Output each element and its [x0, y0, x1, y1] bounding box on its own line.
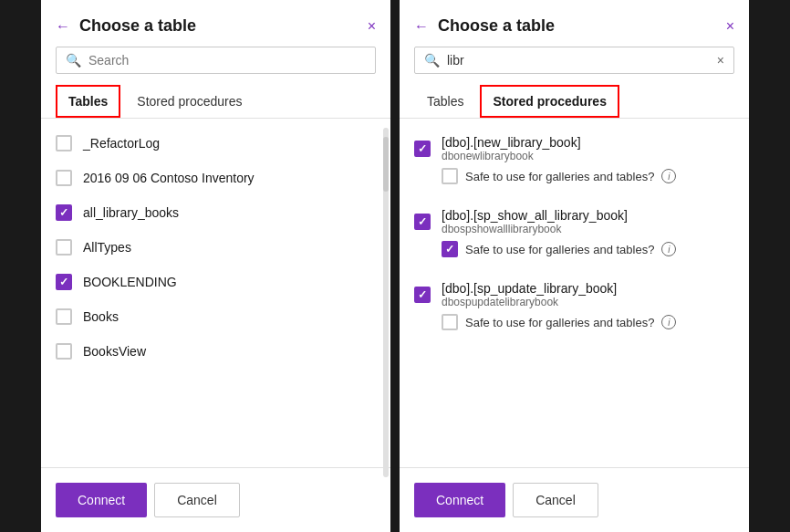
checkbox-sp-show-all[interactable]	[414, 214, 431, 230]
proc-main-1: [dbo].[new_library_book] dbonewlibrarybo…	[414, 135, 734, 162]
left-panel-header: ← Choose a table ×	[41, 0, 390, 47]
left-close-button[interactable]: ×	[368, 18, 376, 35]
proc-item-new-library-book: [dbo].[new_library_book] dbonewlibrarybo…	[414, 126, 734, 199]
list-item: 2016 09 06 Contoso Inventory	[56, 161, 376, 195]
right-back-button[interactable]: ←	[414, 18, 429, 35]
checkbox-books[interactable]	[56, 308, 72, 325]
right-tab-stored-procedures[interactable]: Stored procedures	[480, 85, 618, 118]
right-tabs: Tables Stored procedures	[400, 85, 749, 119]
checkbox-sp-update[interactable]	[414, 287, 431, 303]
checkbox-new-library-book[interactable]	[414, 141, 431, 157]
item-label-books: Books	[83, 309, 119, 324]
right-close-button[interactable]: ×	[726, 18, 734, 35]
left-tab-stored-procedures[interactable]: Stored procedures	[124, 85, 255, 118]
proc-item-sp-update: [dbo].[sp_update_library_book] dbospupda…	[414, 272, 734, 345]
proc-name-1: [dbo].[new_library_book]	[442, 135, 581, 150]
left-item-list: _RefactorLog 2016 09 06 Contoso Inventor…	[41, 126, 390, 467]
list-item: _RefactorLog	[56, 126, 376, 161]
left-scrollbar-thumb	[383, 137, 389, 192]
left-scrollbar[interactable]	[383, 128, 389, 477]
list-item: Books	[56, 299, 376, 334]
proc-main-3: [dbo].[sp_update_library_book] dbospupda…	[414, 281, 734, 308]
proc-sub-2: dbospshowalllibrarybook	[442, 223, 628, 235]
right-search-clear-icon[interactable]: ×	[717, 53, 724, 68]
right-search-icon: 🔍	[424, 53, 440, 68]
info-icon-3: i	[661, 315, 676, 329]
item-label-alltypes: AllTypes	[83, 240, 131, 255]
left-connect-button[interactable]: Connect	[56, 483, 147, 517]
proc-info-2: [dbo].[sp_show_all_library_book] dbospsh…	[442, 208, 628, 235]
checkbox-contoso[interactable]	[56, 170, 72, 186]
right-panel-title: Choose a table	[438, 16, 717, 36]
proc-info-1: [dbo].[new_library_book] dbonewlibrarybo…	[442, 135, 581, 162]
left-back-button[interactable]: ←	[56, 18, 70, 35]
item-label-booklending: BOOKLENDING	[83, 275, 177, 289]
left-panel-footer: Connect Cancel	[41, 467, 390, 532]
left-panel-title: Choose a table	[79, 16, 359, 36]
checkbox-safe-1[interactable]	[442, 168, 458, 184]
checkbox-alltypes[interactable]	[56, 239, 72, 256]
proc-sub-1: dbonewlibrarybook	[442, 150, 581, 162]
safe-row-2: Safe to use for galleries and tables? i	[414, 235, 734, 263]
left-search-box: 🔍	[56, 47, 376, 74]
safe-label-1: Safe to use for galleries and tables?	[465, 170, 654, 183]
safe-row-3: Safe to use for galleries and tables? i	[414, 308, 734, 336]
checkbox-booksview[interactable]	[56, 343, 72, 360]
info-icon-2: i	[661, 242, 676, 256]
right-connect-button[interactable]: Connect	[414, 483, 505, 517]
panel-divider	[390, 0, 400, 532]
list-item: BooksView	[56, 334, 376, 369]
safe-label-2: Safe to use for galleries and tables?	[465, 243, 654, 256]
left-search-input[interactable]	[88, 53, 366, 68]
checkbox-safe-2[interactable]	[442, 241, 458, 257]
proc-sub-3: dbospupdatelibrarybook	[442, 296, 617, 308]
proc-info-3: [dbo].[sp_update_library_book] dbospupda…	[442, 281, 617, 308]
checkbox-all-library-books[interactable]	[56, 204, 72, 221]
left-search-icon: 🔍	[66, 53, 81, 68]
left-tabs: Tables Stored procedures	[41, 85, 390, 119]
proc-main-2: [dbo].[sp_show_all_library_book] dbospsh…	[414, 208, 734, 235]
right-cancel-button[interactable]: Cancel	[513, 483, 598, 517]
left-panel: ← Choose a table × 🔍 Tables Stored proce…	[41, 0, 390, 532]
safe-label-3: Safe to use for galleries and tables?	[465, 316, 654, 329]
left-tab-tables[interactable]: Tables	[56, 85, 120, 118]
list-item: AllTypes	[56, 230, 376, 265]
right-search-box: 🔍 ×	[414, 47, 734, 74]
right-panel-footer: Connect Cancel	[400, 467, 749, 532]
right-search-input[interactable]	[447, 53, 710, 68]
checkbox-safe-3[interactable]	[442, 314, 458, 330]
right-tab-tables[interactable]: Tables	[414, 85, 476, 118]
proc-item-sp-show-all: [dbo].[sp_show_all_library_book] dbospsh…	[414, 199, 734, 272]
list-item: all_library_books	[56, 195, 376, 230]
right-panel: ← Choose a table × 🔍 × Tables Stored pro…	[400, 0, 749, 532]
safe-row-1: Safe to use for galleries and tables? i	[414, 162, 734, 190]
right-item-list: [dbo].[new_library_book] dbonewlibrarybo…	[400, 126, 749, 467]
list-item: BOOKLENDING	[56, 265, 376, 299]
checkbox-booklending[interactable]	[56, 274, 72, 290]
right-panel-header: ← Choose a table ×	[400, 0, 749, 47]
item-label-refactorlog: _RefactorLog	[83, 136, 160, 151]
item-label-booksview: BooksView	[83, 344, 146, 359]
proc-name-2: [dbo].[sp_show_all_library_book]	[442, 208, 628, 223]
left-cancel-button[interactable]: Cancel	[154, 483, 240, 517]
info-icon-1: i	[661, 169, 676, 183]
item-label-all-library-books: all_library_books	[83, 205, 179, 220]
item-label-contoso: 2016 09 06 Contoso Inventory	[83, 171, 255, 185]
checkbox-refactorlog[interactable]	[56, 135, 72, 151]
proc-name-3: [dbo].[sp_update_library_book]	[442, 281, 617, 296]
